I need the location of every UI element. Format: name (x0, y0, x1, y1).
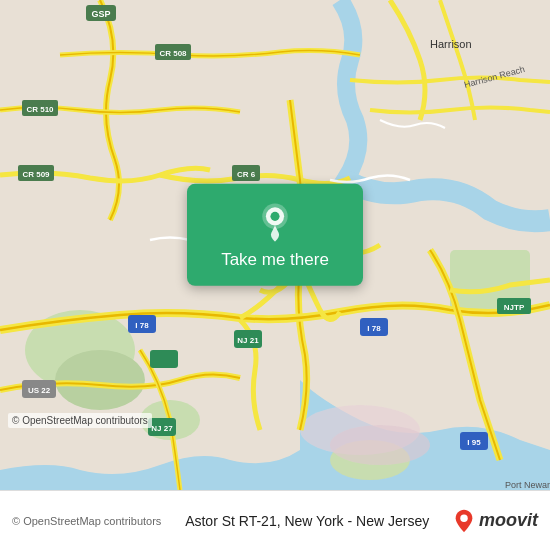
svg-text:CR 509: CR 509 (22, 170, 50, 179)
osm-attribution: © OpenStreetMap contributors (8, 413, 152, 428)
svg-text:US 22: US 22 (28, 386, 51, 395)
svg-text:CR 6: CR 6 (237, 170, 256, 179)
svg-text:I 78: I 78 (367, 324, 381, 333)
footer-attribution: © OpenStreetMap contributors (12, 515, 161, 527)
svg-point-2 (55, 350, 145, 410)
moovit-pin-icon (453, 508, 475, 534)
route-title: Astor St RT-21, New York - New Jersey (161, 513, 453, 529)
moovit-logo: moovit (453, 508, 538, 534)
svg-point-41 (460, 514, 467, 521)
svg-text:Port Newark: Port Newark (505, 480, 550, 490)
svg-text:NJTP: NJTP (504, 303, 525, 312)
moovit-text: moovit (479, 510, 538, 531)
map-container: GSP CR 510 CR 508 CR 509 CR 6 NJ 21 NJ 2… (0, 0, 550, 490)
footer-bar: © OpenStreetMap contributors Astor St RT… (0, 490, 550, 550)
svg-text:I 95: I 95 (467, 438, 481, 447)
map-pin-icon (255, 202, 295, 242)
svg-rect-20 (150, 350, 178, 368)
svg-text:NJ 21: NJ 21 (237, 336, 259, 345)
take-me-there-label: Take me there (221, 250, 329, 270)
svg-text:CR 510: CR 510 (26, 105, 54, 114)
svg-point-7 (330, 425, 430, 465)
svg-point-40 (270, 212, 279, 221)
svg-text:I 78: I 78 (135, 321, 149, 330)
svg-text:CR 508: CR 508 (159, 49, 187, 58)
take-me-there-button[interactable]: Take me there (187, 184, 363, 286)
svg-text:GSP: GSP (91, 9, 110, 19)
svg-text:Harrison: Harrison (430, 38, 472, 50)
svg-text:NJ 27: NJ 27 (151, 424, 173, 433)
